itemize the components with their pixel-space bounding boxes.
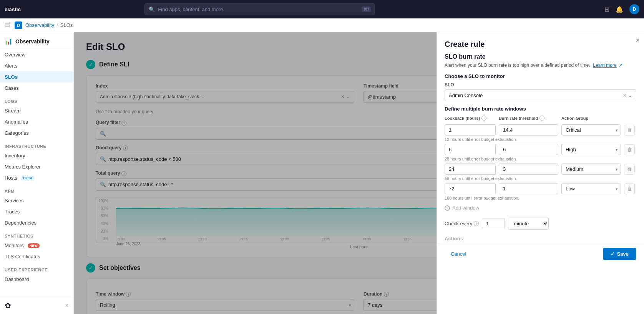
sidebar-item-stream[interactable]: Stream (0, 105, 73, 116)
slo-field-label: SLO (445, 82, 636, 88)
close-sidebar-icon[interactable]: ✕ (65, 303, 69, 308)
sidebar-section-synthetics: Synthetics (0, 230, 73, 240)
save-button[interactable]: ✓ Save (603, 248, 636, 260)
sidebar-section-apm: APM (0, 185, 73, 195)
svg-text:elastic: elastic (5, 7, 21, 12)
action-group-2-select[interactable]: Critical High Medium Low (561, 144, 621, 155)
check-every-unit-wrap: minute minutes hour ⌄ (508, 218, 549, 230)
time-window-select[interactable]: Rolling (96, 299, 354, 311)
burn-rate-2-input[interactable] (499, 144, 558, 155)
cancel-button[interactable]: Cancel (445, 248, 472, 260)
lookback-2-input[interactable] (445, 144, 496, 155)
panel-content: SLO burn rate Alert when your SLO burn r… (437, 49, 644, 243)
sidebar-item-categories[interactable]: Categories (0, 127, 73, 139)
slo-chevron-icon: ⌄ (628, 93, 632, 98)
sidebar-item-metrics-explorer[interactable]: Metrics Explorer (0, 161, 73, 172)
add-window-button[interactable]: + Add window (445, 203, 636, 213)
slo-select[interactable]: Admin Console ✕ ⌄ (445, 89, 636, 101)
burn-rate-3-input[interactable] (499, 164, 558, 175)
sidebar-item-cases[interactable]: Cases (0, 83, 73, 94)
check-every-input[interactable] (482, 218, 505, 229)
check-every-section: Check every i minute minutes hour ⌄ (445, 218, 636, 230)
sidebar: 📊 Observability Overview Alerts SLOs Cas… (0, 32, 74, 314)
action-group-4-select[interactable]: Critical High Medium Low (561, 183, 621, 194)
total-query-info: i (121, 171, 126, 176)
burn-rate-1-input[interactable] (499, 124, 558, 136)
sidebar-item-slos[interactable]: SLOs (0, 71, 73, 83)
app-icon: D (15, 21, 22, 29)
delete-row-1-button[interactable]: 🗑 (624, 125, 635, 136)
logo: elastic (5, 5, 28, 13)
burn-rate-section: Define multiple burn rate windows Lookba… (445, 106, 636, 213)
sidebar-section-logs: Logs (0, 95, 73, 105)
y-80: 80% (101, 206, 108, 210)
y-60: 60% (101, 214, 108, 218)
alerts-label: Alerts (5, 63, 17, 69)
delete-row-2-button[interactable]: 🗑 (624, 144, 635, 155)
sidebar-item-anomalies[interactable]: Anomalies (0, 116, 73, 127)
delete-row-3-button[interactable]: 🗑 (624, 164, 635, 175)
breadcrumb-observability[interactable]: Observability (25, 22, 54, 28)
sidebar-item-dependencies[interactable]: Dependencies (0, 217, 73, 228)
burn-row-4: Critical High Medium Low 🗑 (445, 183, 636, 194)
action-group-1-select[interactable]: Critical High Medium Low (561, 124, 621, 136)
global-search[interactable]: 🔍 Find apps, content, and more. ⌘/ (144, 3, 375, 15)
action-group-4-wrap: Critical High Medium Low (561, 183, 621, 194)
good-query-info: i (123, 145, 128, 150)
step1-check: ✓ (86, 60, 95, 69)
search-shortcut: ⌘/ (362, 7, 371, 12)
lookback-4-input[interactable] (445, 183, 496, 194)
check-every-unit-select[interactable]: minute minutes hour (508, 218, 549, 230)
cases-label: Cases (5, 85, 19, 91)
burn-note-4: 168 hours until error budget exhaustion. (445, 196, 636, 200)
time-window-group: Time window i Rolling (96, 291, 354, 311)
burn-rate-col-header: Burn rate threshold i (499, 116, 558, 121)
panel-close-button[interactable]: × (636, 37, 639, 44)
sidebar-item-hosts[interactable]: Hosts BETA (0, 172, 73, 183)
notifications-icon[interactable]: 🔔 (616, 6, 623, 13)
apps-icon[interactable]: ⊞ (604, 6, 609, 13)
choose-slo-title: Choose a SLO to monitor (445, 73, 636, 79)
burn-note-2: 28 hours until error budget exhaustion. (445, 157, 636, 161)
breadcrumb-slos[interactable]: SLOs (60, 22, 73, 28)
topbar: elastic 🔍 Find apps, content, and more. … (0, 0, 644, 18)
lookback-1-input[interactable] (445, 124, 496, 136)
sidebar-item-tls[interactable]: TLS Certificates (0, 251, 73, 262)
sidebar-item-dashboard[interactable]: Dashboard (0, 274, 73, 285)
action-group-3-select[interactable]: Critical High Medium Low (561, 164, 621, 175)
learn-more-link[interactable]: Learn more (593, 63, 616, 68)
good-query-value: http.response.status_code < 500 (108, 156, 181, 162)
check-every-label: Check every i (445, 221, 479, 226)
sidebar-section-infrastructure: Infrastructure (0, 140, 73, 150)
hamburger-menu[interactable]: ☰ (5, 21, 10, 29)
total-query-search-icon: 🔍 (100, 182, 106, 187)
burn-rate-4-input[interactable] (499, 183, 558, 194)
slo-value: Admin Console (449, 93, 483, 98)
lookback-info-icon: i (481, 116, 486, 121)
save-label: Save (617, 251, 629, 257)
slo-clear-icon[interactable]: ✕ (623, 93, 627, 98)
sidebar-item-inventory[interactable]: Inventory (0, 150, 73, 161)
time-window-label: Time window i (96, 291, 354, 297)
set-objectives-title: Set objectives (99, 264, 141, 271)
sidebar-item-alerts[interactable]: Alerts (0, 60, 73, 71)
user-avatar[interactable]: D (629, 4, 639, 14)
delete-row-4-button[interactable]: 🗑 (624, 183, 635, 194)
sidebar-item-traces[interactable]: Traces (0, 206, 73, 217)
sidebar-item-monitors[interactable]: Monitors NEW (0, 240, 73, 251)
hosts-beta-badge: BETA (21, 176, 34, 180)
lookback-3-input[interactable] (445, 164, 496, 175)
index-input[interactable]: Admin Console (high-cardinality-data-fak… (96, 91, 354, 102)
time-window-select-wrap: Rolling (96, 299, 354, 311)
sidebar-header-title: Observability (15, 38, 50, 45)
choose-slo-section: Choose a SLO to monitor SLO Admin Consol… (445, 73, 636, 101)
burn-note-1: 12 hours until error budget exhaustion. (445, 137, 636, 142)
sidebar-bottom: ✿ ✕ (0, 297, 73, 314)
sidebar-item-services[interactable]: Services (0, 195, 73, 206)
subtitle-text: SLO burn rate (445, 53, 486, 60)
add-window-circle-icon: + (445, 205, 450, 211)
check-every-row: Check every i minute minutes hour ⌄ (445, 218, 636, 230)
sidebar-header: 📊 Observability (0, 32, 73, 49)
burn-row-3: Critical High Medium Low 🗑 (445, 164, 636, 175)
sidebar-item-overview[interactable]: Overview (0, 49, 73, 60)
